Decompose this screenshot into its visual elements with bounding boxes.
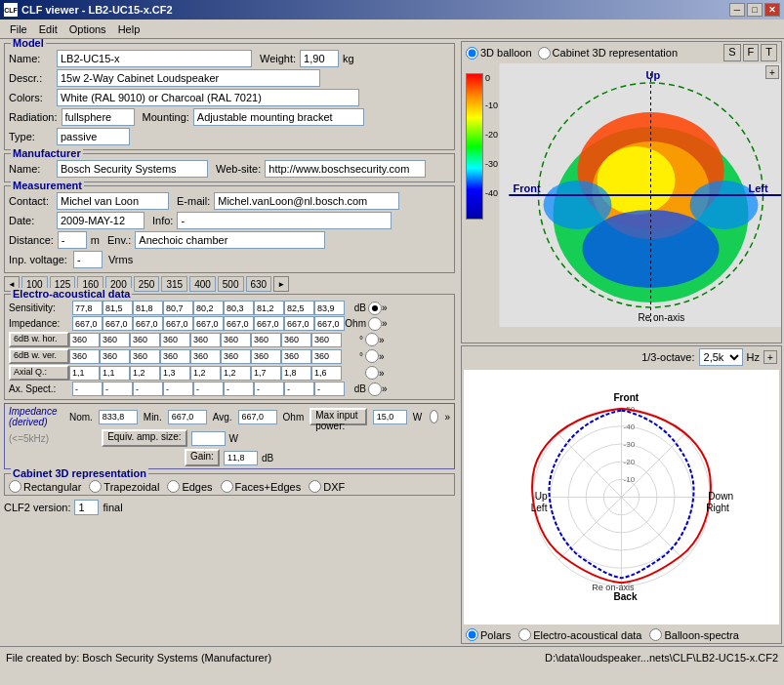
edges-option[interactable]: Edges — [167, 480, 212, 493]
clf-version-input[interactable] — [74, 500, 99, 515]
ver-2[interactable] — [130, 349, 160, 364]
ver-3[interactable] — [160, 349, 190, 364]
info-input[interactable] — [177, 212, 392, 229]
name-input[interactable] — [57, 50, 252, 67]
axialq-button[interactable]: Axial Q.: — [9, 365, 69, 381]
hor-3[interactable] — [160, 333, 190, 347]
imp-7[interactable] — [284, 316, 314, 331]
imp-8[interactable] — [314, 316, 345, 331]
aq-2[interactable] — [130, 366, 160, 381]
imp-5[interactable] — [224, 316, 254, 331]
3d-balloon-radio[interactable] — [466, 47, 478, 60]
hor-1[interactable] — [100, 333, 130, 347]
sens-0[interactable] — [72, 301, 103, 315]
imp-6[interactable] — [254, 316, 284, 331]
as-5[interactable] — [224, 382, 254, 396]
as-1[interactable] — [103, 382, 133, 396]
radiation-input[interactable] — [62, 108, 135, 126]
trap-option[interactable]: Trapezoidal — [89, 480, 159, 493]
polars-radio[interactable] — [466, 628, 478, 641]
hor-7[interactable] — [281, 333, 311, 347]
as-radio[interactable] — [368, 383, 382, 396]
imp-0[interactable] — [72, 316, 103, 331]
ver-5[interactable] — [221, 349, 251, 364]
as-3[interactable] — [163, 382, 193, 396]
aq-5[interactable] — [221, 366, 251, 381]
sens-6[interactable] — [254, 301, 284, 315]
menu-options[interactable]: Options — [63, 21, 112, 37]
view-s-button[interactable]: S — [723, 44, 740, 61]
hor-0[interactable] — [69, 333, 100, 347]
website-input[interactable] — [265, 160, 426, 178]
sens-radio[interactable] — [368, 302, 382, 315]
max-power-input[interactable] — [373, 410, 407, 424]
sens-8[interactable] — [314, 301, 345, 315]
hor-4[interactable] — [190, 333, 221, 347]
aq-6[interactable] — [251, 366, 281, 381]
aq-4[interactable] — [190, 366, 221, 381]
freq-400[interactable]: 400 — [189, 276, 216, 292]
email-input[interactable] — [214, 192, 399, 210]
min-input[interactable] — [168, 410, 207, 424]
imp-4[interactable] — [193, 316, 224, 331]
max-power-button[interactable]: Max input power: — [309, 408, 366, 425]
as-8[interactable] — [314, 382, 345, 396]
imp-1[interactable] — [103, 316, 133, 331]
freq-630[interactable]: 630 — [246, 276, 272, 292]
freq-500[interactable]: 500 — [218, 276, 244, 292]
hor-8[interactable] — [311, 333, 342, 347]
octave-select[interactable]: 2,5k 1k 4k 8k — [699, 348, 743, 366]
6dbhor-button[interactable]: 6dB w. hor. — [9, 332, 69, 347]
colors-input[interactable] — [57, 89, 359, 106]
hor-radio[interactable] — [365, 333, 379, 346]
sens-2[interactable] — [133, 301, 163, 315]
3d-balloon-radio-label[interactable]: 3D balloon — [466, 47, 532, 60]
cabinet3d-radio-label[interactable]: Cabinet 3D representation — [538, 47, 678, 60]
gain-button[interactable]: Gain: — [185, 449, 220, 466]
sens-4[interactable] — [193, 301, 224, 315]
nom-input[interactable] — [99, 410, 138, 424]
descr-input[interactable] — [57, 69, 320, 87]
ver-0[interactable] — [69, 349, 100, 364]
aq-0[interactable] — [69, 366, 100, 381]
aq-8[interactable] — [311, 366, 342, 381]
dxf-option[interactable]: DXF — [309, 480, 345, 493]
menu-help[interactable]: Help — [112, 21, 146, 37]
sens-3[interactable] — [163, 301, 193, 315]
inp-input[interactable] — [73, 251, 103, 268]
hor-2[interactable] — [130, 333, 160, 347]
as-2[interactable] — [133, 382, 163, 396]
cabinet3d-radio[interactable] — [538, 47, 551, 60]
ver-8[interactable] — [311, 349, 342, 364]
sens-7[interactable] — [284, 301, 314, 315]
menu-file[interactable]: File — [4, 21, 33, 37]
electro-data-radio-label[interactable]: Electro-acoustical data — [518, 628, 641, 641]
hor-5[interactable] — [221, 333, 251, 347]
close-button[interactable]: ✕ — [764, 3, 780, 17]
freq-315[interactable]: 315 — [161, 276, 187, 292]
ver-6[interactable] — [251, 349, 281, 364]
weight-input[interactable] — [300, 50, 339, 67]
ver-1[interactable] — [100, 349, 130, 364]
balloon-spectra-radio-label[interactable]: Balloon-spectra — [649, 628, 738, 641]
view-f-button[interactable]: F — [743, 44, 760, 61]
aq-radio[interactable] — [365, 366, 379, 380]
sens-1[interactable] — [103, 301, 133, 315]
ver-7[interactable] — [281, 349, 311, 364]
ver-4[interactable] — [190, 349, 221, 364]
rect-option[interactable]: Rectangular — [9, 480, 81, 493]
as-0[interactable] — [72, 382, 103, 396]
aq-7[interactable] — [281, 366, 311, 381]
polars-radio-label[interactable]: Polars — [466, 628, 511, 641]
facesedges-option[interactable]: Faces+Edges — [221, 480, 302, 493]
avg-input[interactable] — [238, 410, 277, 424]
electro-data-radio[interactable] — [518, 628, 531, 641]
maximize-button[interactable]: □ — [747, 3, 763, 17]
sens-5[interactable] — [224, 301, 254, 315]
env-input[interactable] — [135, 231, 325, 249]
6dbver-button[interactable]: 6dB w. ver. — [9, 348, 69, 364]
menu-edit[interactable]: Edit — [33, 21, 63, 37]
imp-radio[interactable] — [368, 317, 382, 331]
aq-3[interactable] — [160, 366, 190, 381]
power-radio[interactable] — [430, 410, 438, 423]
